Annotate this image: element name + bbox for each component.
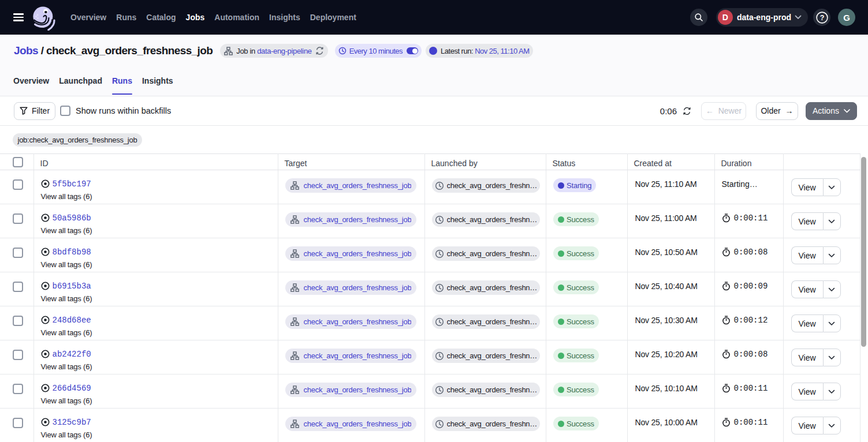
svg-text:?: ?: [819, 14, 824, 22]
